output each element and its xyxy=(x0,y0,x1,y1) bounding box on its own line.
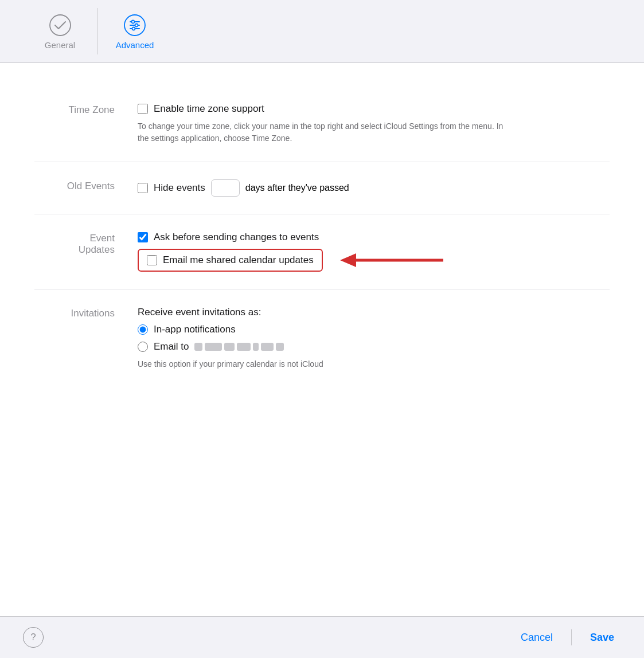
help-button[interactable]: ? xyxy=(23,627,44,648)
footer-right: Cancel Save xyxy=(514,628,621,647)
tab-general[interactable]: General xyxy=(23,8,97,54)
blur-3 xyxy=(224,343,235,351)
cancel-button[interactable]: Cancel xyxy=(514,628,560,647)
email-address-blurred xyxy=(194,343,284,351)
email-updates-checkbox[interactable] xyxy=(147,255,157,265)
radio-email-row: Email to xyxy=(138,341,610,352)
blur-5 xyxy=(253,343,259,351)
email-updates-arrow-row: Email me shared calendar updates xyxy=(138,249,610,272)
section-event-updates: Event Updates Ask before sending changes… xyxy=(34,214,610,289)
old-events-checkbox-label[interactable]: Hide events xyxy=(154,182,205,194)
invitations-label: Invitations xyxy=(34,307,115,319)
red-arrow-annotation xyxy=(334,249,449,272)
email-updates-highlighted-row: Email me shared calendar updates xyxy=(138,249,323,272)
event-updates-label: Event Updates xyxy=(34,232,115,256)
section-old-events: Old Events Hide events 1 days after they… xyxy=(34,162,610,214)
blur-6 xyxy=(261,343,274,351)
old-events-checkbox[interactable] xyxy=(138,183,148,193)
blur-4 xyxy=(237,343,251,351)
radio-email-label[interactable]: Email to xyxy=(154,341,189,352)
timezone-label: Time Zone xyxy=(34,103,115,116)
svg-point-6 xyxy=(135,24,138,27)
radio-inapp[interactable] xyxy=(138,324,148,335)
blur-2 xyxy=(205,343,222,351)
footer-divider xyxy=(571,629,572,645)
general-icon xyxy=(48,13,73,38)
tab-general-label: General xyxy=(45,40,75,50)
tab-advanced[interactable]: Advanced xyxy=(97,8,172,54)
blur-7 xyxy=(276,343,284,351)
invitations-radio-group: In-app notifications Email to xyxy=(138,324,610,352)
timezone-help-text: To change your time zone, click your nam… xyxy=(138,120,505,144)
event-updates-content: Ask before sending changes to events Ema… xyxy=(138,232,610,272)
days-suffix-text: days after they've passed xyxy=(245,183,349,193)
timezone-checkbox[interactable] xyxy=(138,104,148,114)
section-timezone: Time Zone Enable time zone support To ch… xyxy=(34,86,610,162)
old-events-label: Old Events xyxy=(34,179,115,192)
timezone-content: Enable time zone support To change your … xyxy=(138,103,610,144)
advanced-icon xyxy=(122,13,147,38)
timezone-checkbox-row: Enable time zone support xyxy=(138,103,610,115)
toolbar: General Advanced xyxy=(0,0,644,63)
svg-point-5 xyxy=(132,21,135,23)
invitations-help-text: Use this option if your primary calendar… xyxy=(138,358,505,370)
radio-inapp-label[interactable]: In-app notifications xyxy=(154,324,236,335)
radio-email[interactable] xyxy=(138,342,148,352)
timezone-checkbox-label[interactable]: Enable time zone support xyxy=(154,103,264,115)
email-updates-label[interactable]: Email me shared calendar updates xyxy=(163,254,314,266)
radio-inapp-row: In-app notifications xyxy=(138,324,610,335)
days-input[interactable]: 1 xyxy=(211,179,240,197)
old-events-row: Hide events 1 days after they've passed xyxy=(138,179,610,197)
svg-point-0 xyxy=(50,15,71,36)
svg-marker-9 xyxy=(340,253,356,267)
svg-point-7 xyxy=(132,28,135,30)
ask-checkbox-row: Ask before sending changes to events xyxy=(138,232,610,243)
section-invitations: Invitations Receive event invitations as… xyxy=(34,289,610,387)
save-button[interactable]: Save xyxy=(583,628,621,647)
invitations-content: Receive event invitations as: In-app not… xyxy=(138,307,610,370)
invitations-title: Receive event invitations as: xyxy=(138,307,610,318)
ask-changes-label[interactable]: Ask before sending changes to events xyxy=(154,232,319,243)
footer: ? Cancel Save xyxy=(0,616,644,658)
blur-1 xyxy=(194,343,202,351)
tab-advanced-label: Advanced xyxy=(116,40,154,50)
settings-content: Time Zone Enable time zone support To ch… xyxy=(0,63,644,616)
old-events-content: Hide events 1 days after they've passed xyxy=(138,179,610,197)
ask-changes-checkbox[interactable] xyxy=(138,232,148,242)
